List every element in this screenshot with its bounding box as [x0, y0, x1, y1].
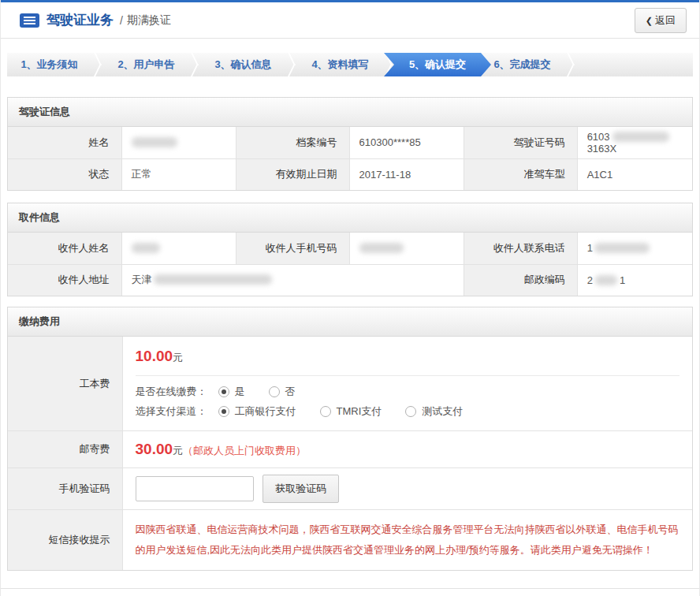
table-row: 姓名 档案编号 610300****85 驾驶证号码 61033163X — [8, 127, 692, 158]
license-info-table: 姓名 档案编号 610300****85 驾驶证号码 61033163X 状态 … — [8, 127, 692, 190]
fee-divider — [136, 375, 680, 376]
table-row: 手机验证码 获取验证码 — [8, 468, 692, 510]
fees-table: 工本费 10.00元 是否在线缴费： 是 否 选择支付渠道： 工商银行支付 TM… — [8, 337, 692, 570]
recipient-mobile-value — [349, 233, 464, 264]
postage-note: （邮政人员上门收取费用） — [183, 445, 306, 456]
cost-amount-line: 10.00元 — [136, 348, 680, 365]
back-button-label: 返回 — [655, 14, 676, 26]
pay-channel-question: 选择支付渠道： — [136, 404, 207, 419]
status-value: 正常 — [121, 158, 236, 190]
postage-label: 邮寄费 — [8, 431, 122, 468]
online-yes-radio[interactable] — [218, 386, 229, 397]
postage-amount: 30.00 — [136, 441, 173, 457]
sms-notice-label: 短信接收提示 — [8, 510, 122, 571]
table-row: 工本费 10.00元 是否在线缴费： 是 否 选择支付渠道： 工商银行支付 TM… — [8, 337, 692, 431]
expiry-label: 有效期止日期 — [236, 158, 349, 190]
redacted-postcode — [595, 275, 617, 285]
license-no-label: 驾驶证号码 — [464, 127, 577, 158]
recipient-phone-value: 1 — [577, 233, 692, 264]
sms-notice-text: 因陕西省联通、电信运营商技术问题，陕西省互联网交通安全综合服务管理平台无法向持陕… — [136, 520, 680, 561]
page-title: 驾驶证业务 — [47, 11, 114, 29]
postcode-suffix: 1 — [620, 274, 625, 286]
step-6-complete-submit[interactable]: 6、完成提交 — [480, 53, 564, 76]
online-yes-label[interactable]: 是 — [235, 385, 245, 399]
license-no-suffix: 3163X — [587, 143, 617, 155]
step-separator-icon — [564, 53, 577, 76]
file-no-value: 610300****85 — [349, 127, 464, 158]
table-row: 邮寄费 30.00元（邮政人员上门收取费用） — [8, 431, 692, 468]
captcha-input[interactable] — [136, 476, 254, 501]
name-label: 姓名 — [8, 127, 121, 158]
step-separator-icon — [188, 53, 201, 76]
pay-channel-question-row: 选择支付渠道： 工商银行支付 TMRI支付 测试支付 — [136, 404, 680, 419]
recipient-name-label: 收件人姓名 — [8, 233, 121, 264]
recipient-phone-label: 收件人联系电话 — [464, 233, 577, 264]
expiry-value: 2017-11-18 — [349, 158, 464, 190]
back-button[interactable]: ❮返回 — [635, 8, 687, 33]
fees-title: 缴纳费用 — [8, 307, 692, 337]
step-5-confirm-submit-active[interactable]: 5、确认提交 — [384, 53, 491, 76]
breadcrumb-separator: / — [120, 14, 123, 27]
recipient-name-value — [121, 233, 236, 264]
fees-section: 缴纳费用 工本费 10.00元 是否在线缴费： 是 否 选择支付渠道： 工商银行… — [7, 307, 693, 571]
postage-currency: 元 — [173, 445, 183, 456]
pickup-info-title: 取件信息 — [8, 203, 692, 233]
name-value — [121, 127, 236, 158]
license-info-title: 驾驶证信息 — [8, 98, 692, 127]
footer-actions: 上一步 完成 — [1, 588, 699, 596]
step-2-user-declaration[interactable]: 2、用户申告 — [104, 53, 188, 76]
step-wizard: 1、业务须知 2、用户申告 3、确认信息 4、资料填写 5、确认提交 6、完成提… — [7, 53, 693, 76]
step-4-fill-data[interactable]: 4、资料填写 — [298, 53, 382, 76]
postcode-label: 邮政编码 — [464, 264, 577, 296]
cost-amount: 10.00 — [136, 348, 173, 364]
redacted-recipient-phone — [594, 243, 650, 253]
postcode-prefix: 2 — [587, 274, 593, 286]
captcha-cell: 获取验证码 — [122, 468, 692, 510]
redacted-recipient-mobile — [359, 243, 404, 253]
postage-cell: 30.00元（邮政人员上门收取费用） — [122, 431, 692, 468]
channel-tmri-radio[interactable] — [320, 406, 331, 417]
channel-icbc-label[interactable]: 工商银行支付 — [235, 404, 296, 419]
address-value: 天津 — [121, 264, 464, 296]
channel-test-radio[interactable] — [405, 406, 416, 417]
table-row: 收件人姓名 收件人手机号码 收件人联系电话 1 — [8, 233, 692, 264]
step-3-confirm-info[interactable]: 3、确认信息 — [201, 53, 285, 76]
redacted-address — [154, 274, 272, 285]
table-row: 状态 正常 有效期止日期 2017-11-18 准驾车型 A1C1 — [8, 158, 692, 190]
file-no-label: 档案编号 — [236, 127, 349, 158]
get-captcha-button[interactable]: 获取验证码 — [262, 475, 339, 503]
table-row: 短信接收提示 因陕西省联通、电信运营商技术问题，陕西省互联网交通安全综合服务管理… — [8, 510, 692, 571]
online-pay-question-row: 是否在线缴费： 是 否 — [136, 385, 680, 399]
chevron-left-icon: ❮ — [646, 16, 653, 25]
pickup-info-table: 收件人姓名 收件人手机号码 收件人联系电话 1 收件人地址 天津 邮政编码 21 — [8, 233, 692, 296]
license-info-section: 驾驶证信息 姓名 档案编号 610300****85 驾驶证号码 6103316… — [7, 97, 693, 191]
redacted-license-no — [612, 132, 669, 142]
recipient-mobile-label: 收件人手机号码 — [236, 233, 349, 264]
table-row: 收件人地址 天津 邮政编码 21 — [8, 264, 692, 296]
license-no-value: 61033163X — [577, 127, 692, 158]
step-separator-icon — [91, 53, 104, 76]
online-no-radio[interactable] — [269, 386, 280, 397]
postcode-value: 21 — [577, 264, 692, 296]
captcha-label: 手机验证码 — [8, 468, 122, 510]
online-no-label[interactable]: 否 — [285, 385, 296, 399]
license-no-prefix: 6103 — [587, 131, 610, 143]
page-header: 驾驶证业务 / 期满换证 ❮返回 — [1, 2, 699, 39]
step-separator-icon — [285, 53, 298, 76]
channel-tmri-label[interactable]: TMRI支付 — [337, 404, 382, 419]
address-prefix: 天津 — [132, 274, 152, 285]
step-bar-filler — [577, 53, 693, 76]
step-1-business-notice[interactable]: 1、业务须知 — [7, 53, 91, 76]
redacted-name — [132, 137, 177, 147]
vehicle-class-value: A1C1 — [577, 158, 692, 190]
cost-currency: 元 — [173, 352, 183, 363]
address-label: 收件人地址 — [8, 264, 121, 296]
license-business-icon — [20, 13, 39, 28]
recipient-phone-prefix: 1 — [587, 242, 593, 254]
sms-notice-cell: 因陕西省联通、电信运营商技术问题，陕西省互联网交通安全综合服务管理平台无法向持陕… — [122, 510, 692, 571]
redacted-recipient-name — [132, 243, 160, 253]
channel-icbc-radio[interactable] — [218, 406, 229, 417]
cost-cell: 10.00元 是否在线缴费： 是 否 选择支付渠道： 工商银行支付 TMRI支付 — [122, 337, 692, 431]
channel-test-label[interactable]: 测试支付 — [422, 404, 463, 419]
status-label: 状态 — [8, 158, 121, 190]
